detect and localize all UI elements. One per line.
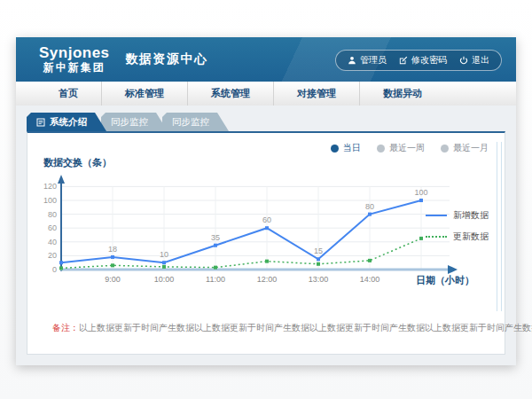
user-toolbar: 管理员 修改密码 退出: [335, 50, 502, 71]
chart-legend: 新增数据 更新数据: [426, 209, 489, 243]
legend-line-solid-icon: [426, 215, 447, 216]
svg-text:100: 100: [414, 188, 427, 197]
svg-text:10: 10: [160, 250, 168, 259]
svg-text:80: 80: [48, 210, 57, 219]
logo: Synjones 新中新集团: [39, 45, 110, 74]
tab-sync-monitor-1[interactable]: 同步监控: [101, 113, 168, 131]
x-axis-ticks: 9:0010:0011:0012:0013:0014:00: [105, 275, 379, 284]
main-nav: 首页 标准管理 系统管理 对接管理 数据异动: [16, 82, 516, 106]
svg-text:80: 80: [365, 202, 374, 211]
legend-line-dotted-icon: [426, 236, 447, 238]
edit-icon: [399, 56, 408, 65]
x-axis-arrow-icon: [448, 265, 458, 274]
series-0: 181035601580100: [59, 188, 428, 264]
page-background: Synjones 新中新集团 数据资源中心 管理员 修改密码: [0, 0, 532, 399]
svg-text:10:00: 10:00: [154, 275, 175, 284]
radio-dot-icon: [377, 145, 385, 153]
nav-item-data-change[interactable]: 数据异动: [359, 82, 445, 106]
footnote: 备注：以上数据更新于时间产生数据以上数据更新于时间产生数据以上数据更新于时间产生…: [52, 322, 532, 334]
svg-text:15: 15: [314, 246, 323, 255]
panel-scrollbar[interactable]: [497, 142, 502, 311]
radio-label: 当日: [343, 142, 361, 154]
range-filter: 当日 最近一周 最近一月: [331, 142, 489, 154]
svg-text:20: 20: [48, 251, 57, 260]
change-password-label: 修改密码: [411, 54, 447, 66]
svg-text:100: 100: [43, 196, 57, 205]
app-window: Synjones 新中新集团 数据资源中心 管理员 修改密码: [16, 37, 516, 365]
y-axis-title: 数据交换（条）: [43, 156, 112, 169]
legend-item: 更新数据: [426, 231, 489, 243]
svg-text:18: 18: [108, 245, 117, 254]
nav-item-system-mgmt[interactable]: 系统管理: [187, 82, 273, 106]
svg-text:40: 40: [48, 238, 57, 246]
svg-text:35: 35: [211, 233, 220, 242]
footnote-prefix: 备注：: [52, 323, 79, 332]
logout-label: 退出: [472, 54, 489, 66]
x-axis-label: 日期（小时）: [416, 275, 474, 286]
app-header: Synjones 新中新集团 数据资源中心 管理员 修改密码: [16, 37, 516, 82]
radio-label: 最近一月: [453, 142, 489, 154]
user-icon: [348, 56, 356, 65]
tab-system-intro[interactable]: 系统介绍: [27, 113, 106, 131]
nav-item-standard-mgmt[interactable]: 标准管理: [101, 82, 187, 106]
svg-text:12:00: 12:00: [257, 275, 278, 284]
logo-text-en: Synjones: [39, 45, 110, 62]
radio-today[interactable]: 当日: [331, 142, 361, 154]
line-chart: 0204060801001209:0010:0011:0012:0013:001…: [35, 172, 482, 293]
footnote-text: 以上数据更新于时间产生数据以上数据更新于时间产生数据以上数据更新于时间产生数据以…: [79, 323, 532, 332]
power-icon: [459, 56, 468, 65]
radio-last-month[interactable]: 最近一月: [441, 142, 489, 154]
nav-item-interface-mgmt[interactable]: 对接管理: [273, 82, 359, 106]
tab-label: 同步监控: [172, 113, 209, 131]
svg-text:14:00: 14:00: [360, 275, 380, 284]
y-axis-arrow-icon: [58, 175, 65, 184]
radio-last-week[interactable]: 最近一周: [377, 142, 425, 154]
svg-text:13:00: 13:00: [309, 275, 329, 284]
svg-text:11:00: 11:00: [206, 275, 225, 284]
nav-item-home[interactable]: 首页: [35, 82, 101, 106]
legend-label: 更新数据: [453, 231, 489, 243]
legend-label: 新增数据: [453, 209, 489, 222]
tab-label: 同步监控: [111, 113, 148, 131]
user-button[interactable]: 管理员: [348, 54, 387, 66]
svg-text:60: 60: [262, 215, 271, 224]
svg-text:60: 60: [48, 223, 57, 232]
content-area: 系统介绍 同步监控 同步监控 当日 最近一周: [16, 106, 516, 365]
tab-label: 系统介绍: [50, 113, 87, 131]
tab-sync-monitor-2[interactable]: 同步监控: [162, 113, 229, 131]
svg-text:9:00: 9:00: [105, 275, 121, 284]
user-button-label: 管理员: [360, 54, 387, 66]
y-axis-ticks: 020406080100120: [43, 182, 57, 274]
logo-text-cn: 新中新集团: [39, 62, 110, 74]
chart-panel: 当日 最近一周 最近一月 数据交换（条） 0204060801001209:00…: [27, 131, 505, 355]
change-password-button[interactable]: 修改密码: [399, 54, 447, 66]
svg-text:120: 120: [43, 182, 57, 191]
radio-dot-icon: [441, 145, 449, 153]
logout-button[interactable]: 退出: [459, 54, 489, 66]
legend-item: 新增数据: [426, 209, 489, 222]
app-title: 数据资源中心: [126, 51, 208, 67]
radio-dot-icon: [331, 145, 339, 153]
tab-bar: 系统介绍 同步监控 同步监控: [27, 113, 516, 131]
svg-text:0: 0: [52, 265, 57, 274]
radio-label: 最近一周: [389, 142, 425, 154]
document-icon: [36, 118, 45, 127]
